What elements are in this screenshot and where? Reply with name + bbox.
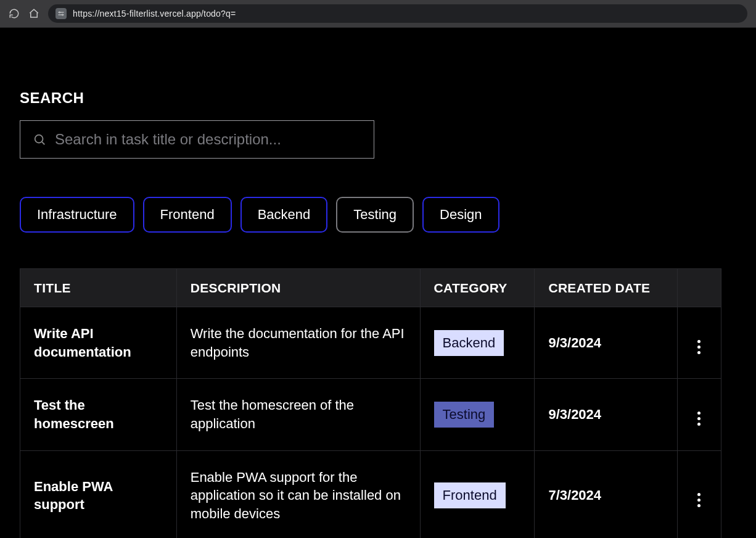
site-settings-icon[interactable] xyxy=(55,8,67,19)
row-actions xyxy=(677,450,721,538)
row-description: Enable PWA support for the application s… xyxy=(176,450,420,538)
row-actions xyxy=(677,379,721,450)
svg-point-0 xyxy=(59,12,60,13)
filter-chip-frontend[interactable]: Frontend xyxy=(143,197,232,233)
th-title: TITLE xyxy=(20,269,177,307)
row-category: Frontend xyxy=(420,450,535,538)
browser-toolbar: https://next15-filterlist.vercel.app/tod… xyxy=(0,0,756,28)
filter-chip-testing[interactable]: Testing xyxy=(336,197,414,233)
filter-chip-design[interactable]: Design xyxy=(422,197,499,233)
row-title: Write API documentation xyxy=(20,307,177,379)
row-created: 9/3/2024 xyxy=(535,307,678,379)
category-badge: Testing xyxy=(434,402,495,428)
row-created: 7/3/2024 xyxy=(535,450,678,538)
row-description: Write the documentation for the API endp… xyxy=(176,307,420,379)
row-created: 9/3/2024 xyxy=(535,379,678,450)
row-title: Enable PWA support xyxy=(20,450,177,538)
address-bar[interactable]: https://next15-filterlist.vercel.app/tod… xyxy=(48,4,747,23)
th-category: CATEGORY xyxy=(420,269,535,307)
row-title: Test the homescreen xyxy=(20,379,177,450)
page-content: SEARCH Infrastructure Frontend Backend T… xyxy=(0,28,756,538)
category-badge: Backend xyxy=(434,330,504,356)
th-created: CREATED DATE xyxy=(535,269,678,307)
more-menu-button[interactable] xyxy=(691,339,707,355)
svg-point-6 xyxy=(35,135,43,143)
search-box[interactable] xyxy=(20,120,374,159)
row-category: Backend xyxy=(420,307,535,379)
more-menu-button[interactable] xyxy=(691,411,707,427)
filter-chip-infrastructure[interactable]: Infrastructure xyxy=(20,197,134,233)
row-category: Testing xyxy=(420,379,535,450)
filter-chip-backend[interactable]: Backend xyxy=(240,197,328,233)
search-icon xyxy=(33,133,46,146)
category-badge: Frontend xyxy=(434,482,506,508)
table-row: Enable PWA support Enable PWA support fo… xyxy=(20,450,721,538)
table-header-row: TITLE DESCRIPTION CATEGORY CREATED DATE xyxy=(20,269,721,307)
svg-point-3 xyxy=(62,14,64,15)
row-actions xyxy=(677,307,721,379)
filter-row: Infrastructure Frontend Backend Testing … xyxy=(20,197,736,233)
tasks-table: TITLE DESCRIPTION CATEGORY CREATED DATE … xyxy=(20,268,721,538)
home-icon[interactable] xyxy=(28,8,39,19)
row-description: Test the homescreen of the application xyxy=(176,379,420,450)
table-row: Test the homescreen Test the homescreen … xyxy=(20,379,721,450)
search-label: SEARCH xyxy=(20,89,736,107)
more-menu-button[interactable] xyxy=(691,492,707,508)
th-description: DESCRIPTION xyxy=(176,269,420,307)
url-text: https://next15-filterlist.vercel.app/tod… xyxy=(73,9,236,19)
search-input[interactable] xyxy=(55,131,361,148)
reload-icon[interactable] xyxy=(9,8,20,19)
svg-line-7 xyxy=(42,142,44,144)
th-actions xyxy=(677,269,721,307)
table-row: Write API documentation Write the docume… xyxy=(20,307,721,379)
